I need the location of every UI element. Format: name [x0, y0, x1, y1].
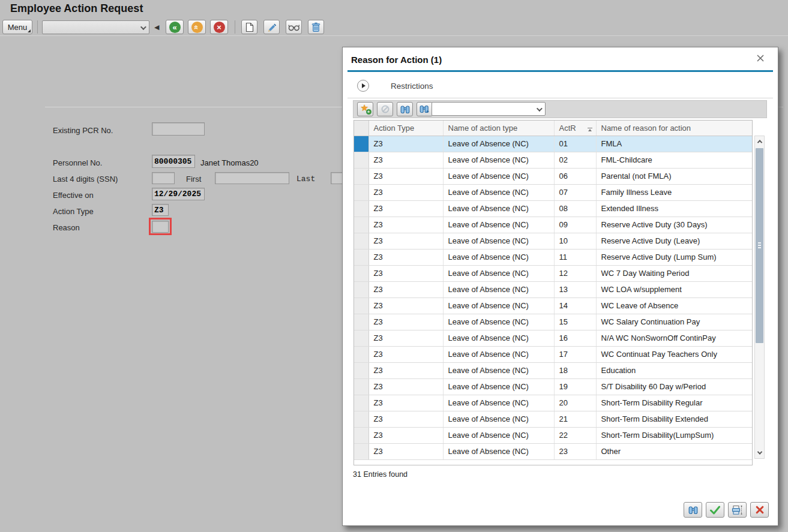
- cell-reason[interactable]: Education: [596, 362, 752, 378]
- column-header-name-of-action-type[interactable]: Name of action type: [443, 121, 554, 136]
- cell-type-name[interactable]: Leave of Absence (NC): [443, 346, 554, 362]
- cancel-button[interactable]: ×: [210, 20, 228, 34]
- cell-type[interactable]: Z3: [368, 265, 443, 281]
- cell-reason[interactable]: N/A WC NonSwornOff ContinPay: [596, 330, 752, 346]
- row-select-cell[interactable]: [354, 395, 368, 411]
- cell-type-name[interactable]: Leave of Absence (NC): [443, 330, 554, 346]
- cell-actr[interactable]: 09: [554, 217, 596, 233]
- table-row[interactable]: Z3Leave of Absence (NC)01FMLA: [354, 136, 752, 152]
- table-row[interactable]: Z3Leave of Absence (NC)19S/T Disability …: [354, 378, 752, 395]
- row-select-cell[interactable]: [354, 297, 368, 314]
- table-row[interactable]: Z3Leave of Absence (NC)07Family Illness …: [354, 184, 752, 200]
- print-button[interactable]: [728, 502, 747, 518]
- existing-pcr-input[interactable]: [152, 122, 205, 136]
- table-row[interactable]: Z3Leave of Absence (NC)11Reserve Active …: [354, 249, 752, 265]
- restrictions-expand-button[interactable]: [357, 80, 369, 92]
- table-scrollbar[interactable]: [754, 136, 765, 459]
- dialog-cancel-button[interactable]: [750, 502, 769, 518]
- cell-reason[interactable]: WC Salary Continuation Pay: [596, 314, 752, 330]
- exit-button[interactable]: «: [188, 20, 206, 34]
- table-row[interactable]: Z3Leave of Absence (NC)14WC Leave of Abs…: [354, 297, 752, 314]
- row-select-cell[interactable]: [354, 362, 368, 378]
- cell-reason[interactable]: Other: [596, 443, 752, 459]
- cell-actr[interactable]: 10: [554, 233, 596, 249]
- cell-type[interactable]: Z3: [368, 346, 443, 362]
- menu-button[interactable]: Menu: [2, 20, 32, 34]
- cell-type-name[interactable]: Leave of Absence (NC): [443, 443, 554, 459]
- cell-type-name[interactable]: Leave of Absence (NC): [443, 265, 554, 281]
- row-select-cell[interactable]: [354, 217, 368, 233]
- cell-actr[interactable]: 02: [554, 152, 596, 168]
- cell-type-name[interactable]: Leave of Absence (NC): [443, 217, 554, 233]
- delete-button[interactable]: [308, 20, 324, 34]
- cell-type-name[interactable]: Leave of Absence (NC): [443, 427, 554, 443]
- action-type-input[interactable]: [152, 204, 169, 216]
- table-row[interactable]: Z3Leave of Absence (NC)08Extended Illnes…: [354, 200, 752, 217]
- cell-reason[interactable]: Reserve Active Duty (30 Days): [596, 217, 752, 233]
- cell-actr[interactable]: 12: [554, 265, 596, 281]
- row-select-cell[interactable]: [354, 443, 368, 459]
- cell-type[interactable]: Z3: [368, 362, 443, 378]
- edit-button[interactable]: [263, 20, 280, 34]
- display-button[interactable]: [286, 20, 302, 34]
- table-row[interactable]: Z3Leave of Absence (NC)02FML-Childcare: [354, 152, 752, 168]
- cell-type-name[interactable]: Leave of Absence (NC): [443, 297, 554, 314]
- cell-type[interactable]: Z3: [368, 411, 443, 427]
- cell-reason[interactable]: WC Continuat Pay Teachers Only: [596, 346, 752, 362]
- select-all-header[interactable]: [354, 121, 368, 136]
- row-select-cell[interactable]: [354, 249, 368, 265]
- row-select-cell[interactable]: [354, 427, 368, 443]
- table-row[interactable]: Z3Leave of Absence (NC)20Short-Term Disa…: [354, 395, 752, 411]
- table-row[interactable]: Z3Leave of Absence (NC)22Short-Term Disa…: [354, 427, 752, 443]
- cell-type-name[interactable]: Leave of Absence (NC): [443, 378, 554, 395]
- cell-type-name[interactable]: Leave of Absence (NC): [443, 200, 554, 217]
- table-row[interactable]: Z3Leave of Absence (NC)23Other: [354, 443, 752, 459]
- transaction-combobox[interactable]: [42, 20, 149, 34]
- cell-type-name[interactable]: Leave of Absence (NC): [443, 168, 554, 184]
- accept-button[interactable]: [706, 502, 724, 518]
- cell-actr[interactable]: 14: [554, 297, 596, 314]
- cell-actr[interactable]: 22: [554, 427, 596, 443]
- row-select-cell[interactable]: [354, 200, 368, 217]
- cell-type-name[interactable]: Leave of Absence (NC): [443, 152, 554, 168]
- table-row[interactable]: Z3Leave of Absence (NC)13WC LOA w/supple…: [354, 281, 752, 297]
- cell-type[interactable]: Z3: [368, 184, 443, 200]
- cell-type[interactable]: Z3: [368, 249, 443, 265]
- cell-actr[interactable]: 01: [554, 136, 596, 152]
- cell-reason[interactable]: Short-Term Disability Extended: [596, 411, 752, 427]
- delete-from-personal-list-button[interactable]: [377, 102, 393, 116]
- footer-find-button[interactable]: [684, 502, 702, 518]
- cell-actr[interactable]: 23: [554, 443, 596, 459]
- row-select-cell[interactable]: [354, 378, 368, 395]
- ssn-input[interactable]: [152, 172, 175, 184]
- toolbar-collapse-icon[interactable]: ◀: [154, 23, 159, 31]
- cell-actr[interactable]: 15: [554, 314, 596, 330]
- cell-actr[interactable]: 13: [554, 281, 596, 297]
- cell-type[interactable]: Z3: [368, 233, 443, 249]
- cell-type-name[interactable]: Leave of Absence (NC): [443, 233, 554, 249]
- cell-reason[interactable]: FML-Childcare: [596, 152, 752, 168]
- effective-on-input[interactable]: [152, 188, 205, 200]
- cell-reason[interactable]: WC Leave of Absence: [596, 297, 752, 314]
- row-select-cell[interactable]: [354, 411, 368, 427]
- cell-type-name[interactable]: Leave of Absence (NC): [443, 281, 554, 297]
- cell-type-name[interactable]: Leave of Absence (NC): [443, 249, 554, 265]
- row-select-cell[interactable]: [354, 152, 368, 168]
- table-row[interactable]: Z3Leave of Absence (NC)15WC Salary Conti…: [354, 314, 752, 330]
- cell-reason[interactable]: Parental (not FMLA): [596, 168, 752, 184]
- cell-type[interactable]: Z3: [368, 136, 443, 152]
- row-select-cell[interactable]: [354, 330, 368, 346]
- row-select-cell[interactable]: [354, 168, 368, 184]
- row-select-cell[interactable]: [354, 184, 368, 200]
- cell-actr[interactable]: 07: [554, 184, 596, 200]
- cell-actr[interactable]: 11: [554, 249, 596, 265]
- cell-type[interactable]: Z3: [368, 427, 443, 443]
- find-button[interactable]: [397, 102, 413, 116]
- cell-reason[interactable]: Short-Term Disability Regular: [596, 395, 752, 411]
- cell-type[interactable]: Z3: [368, 378, 443, 395]
- personnel-no-input[interactable]: [152, 155, 195, 168]
- cell-type[interactable]: Z3: [368, 200, 443, 217]
- search-criteria-combobox[interactable]: [432, 102, 546, 116]
- table-row[interactable]: Z3Leave of Absence (NC)21Short-Term Disa…: [354, 411, 752, 427]
- cell-type[interactable]: Z3: [368, 314, 443, 330]
